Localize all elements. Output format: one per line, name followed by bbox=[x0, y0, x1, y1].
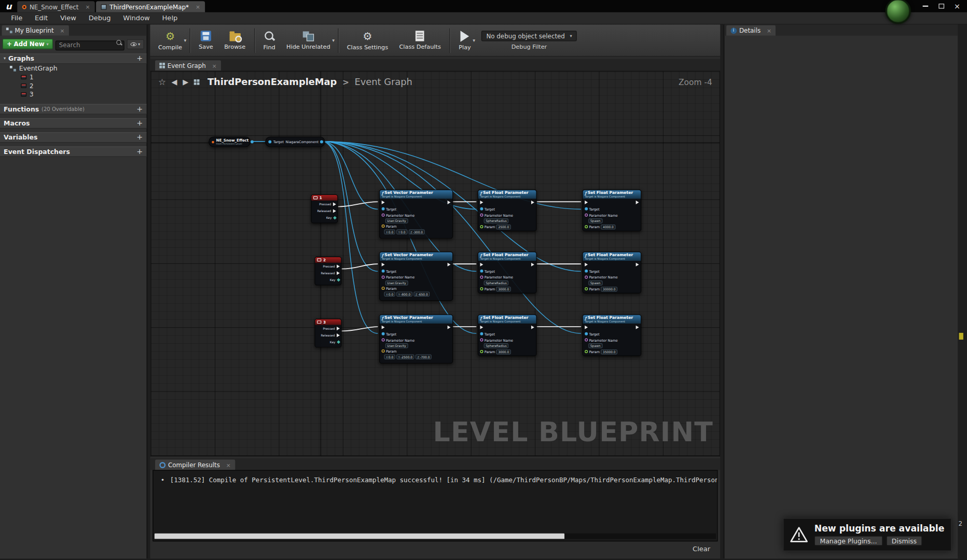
param-pin[interactable] bbox=[480, 287, 483, 290]
class-defaults-button[interactable]: Class Defaults bbox=[394, 25, 447, 55]
hide-unrelated-chevron-icon[interactable]: ▾ bbox=[332, 37, 335, 43]
parameter-name-value[interactable]: SphereRadius bbox=[484, 218, 509, 223]
key-struct-pin[interactable] bbox=[337, 278, 340, 282]
exec-in-pin[interactable] bbox=[382, 262, 385, 266]
parameter-name-value[interactable]: SphereRadius bbox=[484, 343, 509, 347]
clear-button[interactable]: Clear bbox=[693, 545, 710, 553]
play-options-chevron-icon[interactable]: ▾ bbox=[473, 37, 475, 43]
output-pin[interactable] bbox=[251, 141, 254, 144]
pressed-exec-pin[interactable] bbox=[337, 264, 340, 268]
parameter-name-value[interactable]: SphereRadius bbox=[484, 280, 509, 285]
param-pin[interactable] bbox=[480, 350, 483, 353]
parameter-name-pin[interactable] bbox=[585, 214, 588, 217]
parameter-name-value[interactable]: User.Gravity bbox=[385, 218, 408, 223]
expand-arrow-icon[interactable]: ▾ bbox=[4, 56, 6, 61]
exec-in-pin[interactable] bbox=[480, 325, 483, 329]
vector-z-input[interactable]: Z-650.0 bbox=[413, 291, 430, 296]
param-value-input[interactable]: 2500.0 bbox=[496, 224, 511, 229]
tab-details[interactable]: Details × bbox=[726, 25, 776, 36]
exec-out-pin[interactable] bbox=[448, 200, 451, 204]
parameter-name-value[interactable]: User.Gravity bbox=[385, 280, 408, 285]
exec-in-pin[interactable] bbox=[382, 325, 385, 329]
menu-edit[interactable]: Edit bbox=[29, 14, 54, 22]
exec-out-pin[interactable] bbox=[531, 262, 534, 266]
menu-help[interactable]: Help bbox=[156, 14, 184, 22]
parameter-name-pin[interactable] bbox=[382, 276, 385, 279]
tree-item-eventgraph[interactable]: EventGraph bbox=[0, 64, 146, 73]
exec-in-pin[interactable] bbox=[585, 325, 588, 329]
exec-in-pin[interactable] bbox=[382, 200, 385, 204]
param-pin[interactable] bbox=[382, 287, 385, 290]
minimize-button[interactable] bbox=[918, 2, 932, 11]
set-float-parameter-spawn-node-3[interactable]: ƒSet Float Parameter Target is Niagara C… bbox=[582, 314, 641, 356]
add-dispatcher-button[interactable]: + bbox=[136, 148, 143, 155]
set-vector-parameter-node-3[interactable]: ƒSet Vector Parameter Target is Niagara … bbox=[379, 314, 453, 363]
tab-event-graph[interactable]: Event Graph × bbox=[155, 60, 221, 71]
target-pin[interactable] bbox=[480, 270, 483, 273]
key-event-node-3[interactable]: 3 Pressed Released Key bbox=[314, 319, 341, 348]
add-variable-button[interactable]: + bbox=[136, 133, 143, 141]
hide-unrelated-button[interactable]: Hide Unrelated bbox=[281, 25, 336, 55]
dismiss-button[interactable]: Dismiss bbox=[886, 536, 922, 545]
add-function-button[interactable]: + bbox=[136, 105, 143, 113]
section-graphs[interactable]: ▾ Graphs + bbox=[0, 53, 146, 64]
parameter-name-pin[interactable] bbox=[480, 214, 483, 217]
nav-back-icon[interactable]: ◀ bbox=[172, 77, 177, 86]
vector-y-input[interactable]: Y-800.0 bbox=[396, 291, 412, 296]
target-pin[interactable] bbox=[480, 332, 483, 335]
exec-in-pin[interactable] bbox=[480, 262, 483, 266]
menu-view[interactable]: View bbox=[54, 14, 82, 22]
exec-out-pin[interactable] bbox=[636, 262, 639, 266]
vector-z-input[interactable]: Z-700.0 bbox=[416, 354, 432, 359]
exec-out-pin[interactable] bbox=[636, 200, 639, 204]
parameter-name-value[interactable]: Spawn bbox=[588, 343, 602, 347]
set-float-parameter-radius-node-3[interactable]: ƒSet Float Parameter Target is Niagara C… bbox=[478, 314, 537, 356]
tree-item-event-1[interactable]: 1 bbox=[0, 73, 146, 82]
target-pin[interactable] bbox=[382, 270, 385, 273]
target-pin[interactable] bbox=[480, 207, 483, 211]
param-pin[interactable] bbox=[480, 225, 483, 228]
target-pin[interactable] bbox=[382, 207, 385, 211]
exec-out-pin[interactable] bbox=[531, 325, 534, 329]
tab-close-icon[interactable]: × bbox=[60, 27, 65, 34]
visibility-filter-button[interactable]: ▾ bbox=[127, 39, 144, 49]
debug-object-dropdown[interactable]: No debug object selected ▾ bbox=[481, 31, 577, 41]
tab-my-blueprint[interactable]: My Blueprint × bbox=[2, 25, 69, 36]
scrollbar-thumb[interactable] bbox=[155, 534, 564, 539]
section-functions[interactable]: Functions (20 Overridable) + bbox=[0, 104, 146, 114]
parameter-name-pin[interactable] bbox=[382, 214, 385, 217]
get-niagara-component-node[interactable]: Target NiagaraComponent bbox=[265, 136, 325, 147]
manage-plugins-button[interactable]: Manage Plugins... bbox=[814, 536, 882, 545]
breadcrumb-root[interactable]: ThirdPersonExampleMap bbox=[208, 76, 337, 87]
param-pin[interactable] bbox=[382, 349, 385, 353]
add-macro-button[interactable]: + bbox=[136, 119, 143, 127]
exec-in-pin[interactable] bbox=[585, 200, 588, 204]
pressed-exec-pin[interactable] bbox=[337, 326, 340, 330]
param-value-input[interactable]: 30000.0 bbox=[601, 286, 618, 291]
section-variables[interactable]: Variables + bbox=[0, 132, 146, 143]
vector-x-input[interactable]: X0.0 bbox=[384, 230, 395, 234]
add-new-button[interactable]: + Add New ▾ bbox=[3, 39, 53, 49]
key-event-node-2[interactable]: 2 Pressed Released Key bbox=[314, 257, 341, 286]
param-pin[interactable] bbox=[585, 225, 588, 228]
exec-out-pin[interactable] bbox=[531, 200, 534, 204]
parameter-name-value[interactable]: User.Gravity bbox=[385, 343, 408, 347]
target-pin[interactable] bbox=[585, 270, 588, 273]
menu-debug[interactable]: Debug bbox=[82, 14, 117, 22]
tab-close-icon[interactable]: × bbox=[85, 4, 90, 10]
add-graph-button[interactable]: + bbox=[136, 55, 143, 62]
tree-item-event-3[interactable]: 3 bbox=[0, 90, 146, 99]
tab-close-icon[interactable]: × bbox=[212, 62, 217, 68]
search-input[interactable] bbox=[56, 40, 125, 50]
close-button[interactable]: × bbox=[950, 2, 964, 11]
param-value-input[interactable]: 4000.0 bbox=[601, 224, 616, 229]
param-value-input[interactable]: 3000.0 bbox=[496, 349, 511, 354]
asset-tab-thirdperson-map[interactable]: ThirdPersonExampleMap* × bbox=[96, 1, 205, 12]
pressed-exec-pin[interactable] bbox=[333, 202, 336, 206]
target-pin[interactable] bbox=[382, 332, 385, 335]
browse-button[interactable]: Browse bbox=[218, 25, 251, 55]
target-pin[interactable] bbox=[585, 207, 588, 211]
parameter-name-pin[interactable] bbox=[585, 276, 588, 279]
menu-file[interactable]: File bbox=[5, 14, 29, 22]
tab-close-icon[interactable]: × bbox=[196, 4, 200, 10]
